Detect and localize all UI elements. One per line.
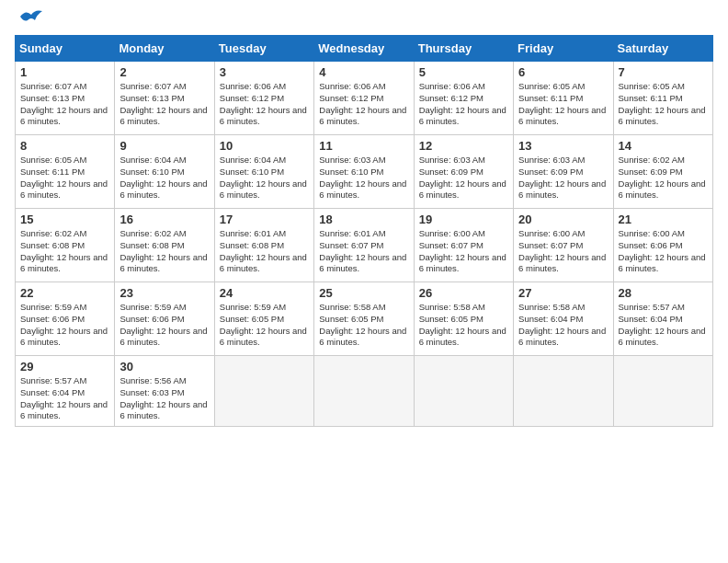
calendar-table: SundayMondayTuesdayWednesdayThursdayFrid… [15, 35, 713, 427]
day-number: 16 [119, 213, 209, 226]
day-cell-12: 12 Sunrise: 6:03 AM Sunset: 6:09 PM Dayl… [414, 135, 513, 209]
day-cell-28: 28 Sunrise: 5:57 AM Sunset: 6:04 PM Dayl… [613, 282, 712, 356]
day-info: Sunrise: 6:02 AM Sunset: 6:08 PM Dayligh… [119, 228, 209, 275]
day-number: 1 [20, 65, 109, 79]
day-number: 10 [220, 139, 309, 153]
day-cell-8: 8 Sunrise: 6:05 AM Sunset: 6:11 PM Dayli… [16, 135, 115, 209]
header-friday: Friday [514, 36, 613, 62]
day-cell-1: 1 Sunrise: 6:07 AM Sunset: 6:13 PM Dayli… [16, 62, 115, 135]
day-info: Sunrise: 5:58 AM Sunset: 6:04 PM Dayligh… [518, 302, 608, 349]
day-cell-27: 27 Sunrise: 5:58 AM Sunset: 6:04 PM Dayl… [514, 282, 613, 356]
header-sunday: Sunday [16, 36, 115, 62]
day-info: Sunrise: 5:57 AM Sunset: 6:04 PM Dayligh… [20, 375, 109, 422]
day-number: 20 [518, 213, 608, 226]
day-info: Sunrise: 6:01 AM Sunset: 6:07 PM Dayligh… [319, 228, 408, 275]
day-cell-21: 21 Sunrise: 6:00 AM Sunset: 6:06 PM Dayl… [613, 209, 712, 282]
day-cell-15: 15 Sunrise: 6:02 AM Sunset: 6:08 PM Dayl… [16, 209, 115, 282]
logo [15, 15, 44, 26]
day-info: Sunrise: 6:03 AM Sunset: 6:09 PM Dayligh… [419, 155, 508, 201]
day-cell-25: 25 Sunrise: 5:58 AM Sunset: 6:05 PM Dayl… [314, 282, 414, 356]
page-header [15, 15, 713, 26]
day-info: Sunrise: 6:03 AM Sunset: 6:09 PM Dayligh… [518, 155, 608, 201]
calendar-week-3: 15 Sunrise: 6:02 AM Sunset: 6:08 PM Dayl… [16, 209, 713, 282]
calendar-week-5: 29 Sunrise: 5:57 AM Sunset: 6:04 PM Dayl… [16, 356, 713, 427]
day-cell-16: 16 Sunrise: 6:02 AM Sunset: 6:08 PM Dayl… [115, 209, 214, 282]
day-cell-29: 29 Sunrise: 5:57 AM Sunset: 6:04 PM Dayl… [16, 356, 115, 427]
day-info: Sunrise: 5:58 AM Sunset: 6:05 PM Dayligh… [319, 302, 408, 349]
day-number: 7 [619, 65, 708, 79]
header-monday: Monday [115, 36, 214, 62]
day-number: 14 [619, 139, 708, 153]
day-number: 9 [119, 139, 209, 153]
day-info: Sunrise: 6:00 AM Sunset: 6:06 PM Dayligh… [619, 228, 708, 275]
day-cell-19: 19 Sunrise: 6:00 AM Sunset: 6:07 PM Dayl… [414, 209, 513, 282]
day-number: 13 [518, 139, 608, 153]
day-info: Sunrise: 6:06 AM Sunset: 6:12 PM Dayligh… [220, 81, 309, 128]
day-cell-18: 18 Sunrise: 6:01 AM Sunset: 6:07 PM Dayl… [314, 209, 414, 282]
empty-cell [214, 356, 313, 427]
day-number: 6 [518, 65, 608, 79]
day-info: Sunrise: 6:00 AM Sunset: 6:07 PM Dayligh… [419, 228, 508, 275]
day-number: 24 [220, 286, 309, 300]
day-info: Sunrise: 5:59 AM Sunset: 6:05 PM Dayligh… [220, 302, 309, 349]
day-number: 18 [319, 213, 408, 226]
empty-cell [314, 356, 414, 427]
day-number: 23 [119, 286, 209, 300]
day-info: Sunrise: 6:03 AM Sunset: 6:10 PM Dayligh… [319, 155, 408, 201]
day-number: 26 [419, 286, 508, 300]
day-number: 25 [319, 286, 408, 300]
header-wednesday: Wednesday [314, 36, 414, 62]
day-info: Sunrise: 5:56 AM Sunset: 6:03 PM Dayligh… [119, 375, 209, 422]
day-info: Sunrise: 6:07 AM Sunset: 6:13 PM Dayligh… [119, 81, 209, 128]
logo-bird-icon [18, 7, 44, 26]
day-cell-3: 3 Sunrise: 6:06 AM Sunset: 6:12 PM Dayli… [214, 62, 313, 135]
day-number: 28 [619, 286, 708, 300]
empty-cell [414, 356, 513, 427]
day-cell-20: 20 Sunrise: 6:00 AM Sunset: 6:07 PM Dayl… [514, 209, 613, 282]
calendar-week-4: 22 Sunrise: 5:59 AM Sunset: 6:06 PM Dayl… [16, 282, 713, 356]
day-number: 4 [319, 65, 408, 79]
day-number: 11 [319, 139, 408, 153]
calendar-week-2: 8 Sunrise: 6:05 AM Sunset: 6:11 PM Dayli… [16, 135, 713, 209]
day-info: Sunrise: 6:02 AM Sunset: 6:09 PM Dayligh… [619, 155, 708, 201]
day-number: 2 [119, 65, 209, 79]
day-cell-26: 26 Sunrise: 5:58 AM Sunset: 6:05 PM Dayl… [414, 282, 513, 356]
day-info: Sunrise: 6:06 AM Sunset: 6:12 PM Dayligh… [319, 81, 408, 128]
header-thursday: Thursday [414, 36, 513, 62]
day-cell-24: 24 Sunrise: 5:59 AM Sunset: 6:05 PM Dayl… [214, 282, 313, 356]
header-saturday: Saturday [613, 36, 712, 62]
day-number: 21 [619, 213, 708, 226]
day-info: Sunrise: 6:00 AM Sunset: 6:07 PM Dayligh… [518, 228, 608, 275]
day-cell-13: 13 Sunrise: 6:03 AM Sunset: 6:09 PM Dayl… [514, 135, 613, 209]
day-number: 22 [20, 286, 109, 300]
day-cell-7: 7 Sunrise: 6:05 AM Sunset: 6:11 PM Dayli… [613, 62, 712, 135]
day-number: 3 [220, 65, 309, 79]
day-number: 27 [518, 286, 608, 300]
day-cell-14: 14 Sunrise: 6:02 AM Sunset: 6:09 PM Dayl… [613, 135, 712, 209]
day-cell-22: 22 Sunrise: 5:59 AM Sunset: 6:06 PM Dayl… [16, 282, 115, 356]
day-number: 12 [419, 139, 508, 153]
day-info: Sunrise: 5:59 AM Sunset: 6:06 PM Dayligh… [20, 302, 109, 349]
day-cell-4: 4 Sunrise: 6:06 AM Sunset: 6:12 PM Dayli… [314, 62, 414, 135]
day-cell-30: 30 Sunrise: 5:56 AM Sunset: 6:03 PM Dayl… [115, 356, 214, 427]
day-cell-5: 5 Sunrise: 6:06 AM Sunset: 6:12 PM Dayli… [414, 62, 513, 135]
day-cell-9: 9 Sunrise: 6:04 AM Sunset: 6:10 PM Dayli… [115, 135, 214, 209]
day-info: Sunrise: 5:58 AM Sunset: 6:05 PM Dayligh… [419, 302, 508, 349]
day-number: 15 [20, 213, 109, 226]
empty-cell [613, 356, 712, 427]
day-info: Sunrise: 6:05 AM Sunset: 6:11 PM Dayligh… [518, 81, 608, 128]
day-cell-10: 10 Sunrise: 6:04 AM Sunset: 6:10 PM Dayl… [214, 135, 313, 209]
day-info: Sunrise: 6:05 AM Sunset: 6:11 PM Dayligh… [20, 155, 109, 201]
day-info: Sunrise: 6:05 AM Sunset: 6:11 PM Dayligh… [619, 81, 708, 128]
day-cell-23: 23 Sunrise: 5:59 AM Sunset: 6:06 PM Dayl… [115, 282, 214, 356]
day-cell-2: 2 Sunrise: 6:07 AM Sunset: 6:13 PM Dayli… [115, 62, 214, 135]
day-info: Sunrise: 6:01 AM Sunset: 6:08 PM Dayligh… [220, 228, 309, 275]
day-number: 17 [220, 213, 309, 226]
day-info: Sunrise: 6:04 AM Sunset: 6:10 PM Dayligh… [220, 155, 309, 201]
day-cell-17: 17 Sunrise: 6:01 AM Sunset: 6:08 PM Dayl… [214, 209, 313, 282]
day-info: Sunrise: 6:07 AM Sunset: 6:13 PM Dayligh… [20, 81, 109, 128]
day-number: 19 [419, 213, 508, 226]
calendar-header-row: SundayMondayTuesdayWednesdayThursdayFrid… [16, 36, 713, 62]
day-info: Sunrise: 5:59 AM Sunset: 6:06 PM Dayligh… [119, 302, 209, 349]
day-number: 5 [419, 65, 508, 79]
